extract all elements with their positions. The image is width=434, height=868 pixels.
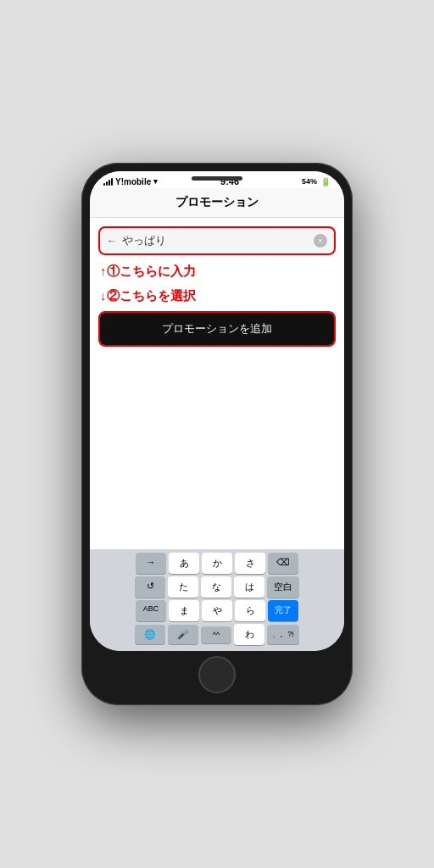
key-delete[interactable]: ⌫	[268, 553, 298, 574]
instruction-step1: ↑①こちらに入力	[90, 260, 344, 281]
status-left: Y!mobile ▾	[103, 177, 158, 186]
phone-device: Y!mobile ▾ 9:46 54% 🔋 プロモーション ← やっぱり ×	[81, 163, 353, 705]
wifi-icon: ▾	[153, 177, 158, 186]
key-ra[interactable]: ら	[235, 600, 265, 621]
add-promotion-button[interactable]: プロモーションを追加	[100, 313, 334, 345]
key-mic[interactable]: 🎤	[168, 625, 198, 644]
key-sa[interactable]: さ	[235, 553, 265, 574]
status-right: 54% 🔋	[302, 177, 331, 186]
navigation-bar: プロモーション	[90, 188, 344, 218]
key-a[interactable]: あ	[169, 553, 199, 574]
keyboard-row-1: → あ か さ ⌫	[92, 553, 342, 574]
back-arrow-icon: ←	[107, 235, 117, 247]
key-space[interactable]: 空白	[267, 576, 299, 598]
key-punctuation[interactable]: 、。?!	[267, 625, 299, 644]
battery-icon: 🔋	[320, 177, 331, 186]
home-button[interactable]	[198, 656, 236, 693]
key-undo[interactable]: ↺	[135, 576, 165, 598]
key-arrow[interactable]: →	[136, 553, 166, 574]
signal-bars	[103, 178, 113, 186]
key-ta[interactable]: た	[168, 576, 198, 598]
key-ma[interactable]: ま	[169, 600, 199, 621]
keyboard-row-4: 🌐 🎤 ^^ わ 、。?!	[92, 624, 342, 645]
key-ha[interactable]: は	[234, 576, 264, 598]
page-title: プロモーション	[175, 195, 259, 209]
search-field-container[interactable]: ← やっぱり ×	[98, 226, 336, 255]
key-done[interactable]: 完了	[268, 600, 298, 621]
keyboard-row-3: ABC ま や ら 完了	[92, 600, 342, 621]
key-abc[interactable]: ABC	[136, 600, 166, 621]
japanese-keyboard[interactable]: → あ か さ ⌫ ↺ た な は 空白 ABC ま や ら 完了	[90, 549, 344, 651]
phone-speaker	[192, 176, 242, 181]
key-shift[interactable]: ^^	[201, 626, 231, 643]
key-ka[interactable]: か	[202, 553, 232, 574]
key-na[interactable]: な	[201, 576, 231, 598]
content-area: ← やっぱり × ↑①こちらに入力 ↓②こちらを選択 プロモーションを追加	[90, 218, 344, 549]
battery-label: 54%	[302, 177, 317, 186]
key-wa[interactable]: わ	[234, 624, 264, 645]
keyboard-row-2: ↺ た な は 空白	[92, 576, 342, 598]
carrier-label: Y!mobile	[115, 177, 151, 186]
key-ya[interactable]: や	[202, 600, 232, 621]
phone-screen: Y!mobile ▾ 9:46 54% 🔋 プロモーション ← やっぱり ×	[90, 171, 344, 651]
clear-icon[interactable]: ×	[314, 234, 327, 248]
add-promotion-button-container[interactable]: プロモーションを追加	[98, 311, 336, 347]
instruction-step2: ↓②こちらを選択	[90, 281, 344, 308]
search-input[interactable]: やっぱり	[122, 233, 309, 248]
key-globe[interactable]: 🌐	[135, 625, 165, 644]
